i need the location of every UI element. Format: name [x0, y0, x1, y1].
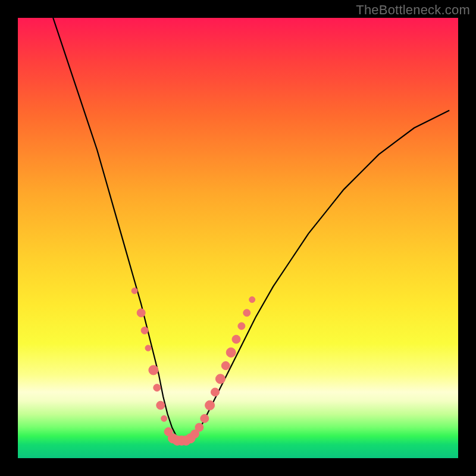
- curve-marker: [137, 309, 145, 317]
- curve-marker: [215, 374, 225, 384]
- curve-marker: [232, 335, 240, 343]
- chart-svg: [18, 18, 458, 458]
- curve-marker: [156, 401, 165, 409]
- watermark-text: TheBottleneck.com: [356, 2, 470, 18]
- curve-marker: [161, 415, 167, 421]
- chart-frame: TheBottleneck.com: [0, 0, 476, 476]
- curve-markers: [131, 288, 255, 446]
- curve-marker: [201, 414, 209, 422]
- curve-marker: [149, 365, 158, 375]
- curve-marker: [238, 322, 245, 330]
- curve-marker: [145, 345, 151, 351]
- curve-marker: [195, 423, 203, 431]
- curve-marker: [243, 309, 250, 317]
- curve-marker: [211, 388, 220, 396]
- curve-marker: [249, 297, 255, 303]
- curve-marker: [141, 327, 148, 334]
- curve-marker: [221, 362, 230, 370]
- curve-marker: [131, 288, 137, 294]
- curve-marker: [226, 347, 236, 357]
- curve-marker: [154, 384, 161, 392]
- bottleneck-curve: [53, 18, 449, 440]
- curve-marker: [205, 400, 215, 410]
- chart-plot-area: [18, 18, 458, 458]
